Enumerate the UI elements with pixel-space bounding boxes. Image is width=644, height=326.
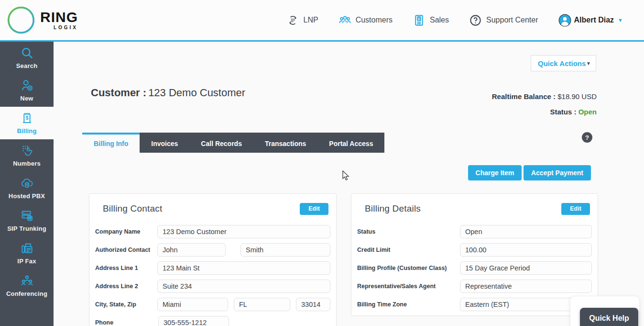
tab-billing-info[interactable]: Billing Info: [82, 133, 140, 153]
lnp-icon: [286, 14, 299, 27]
svg-text:$: $: [418, 16, 420, 21]
billing-icon: $: [21, 112, 33, 124]
field-row-status: Status: [357, 225, 592, 238]
quick-actions-label: Quick Actions: [538, 59, 586, 67]
ip-fax-icon: [21, 242, 33, 255]
nav-item-lnp[interactable]: LNP: [286, 14, 318, 27]
tab-portal-access[interactable]: Portal Access: [317, 133, 384, 153]
realtime-balance-value: $18.90 USD: [557, 92, 597, 101]
sidebar-item-numbers[interactable]: Numbers: [0, 139, 54, 172]
customer-status: Status : Open: [550, 108, 597, 116]
representative-sales-agent-input[interactable]: [460, 280, 592, 293]
field-label-city-state-zip: City, State, Zip: [95, 301, 157, 308]
header-accent-rule: [0, 40, 644, 42]
field-label-authorized-contact: Authorized Contact: [95, 247, 157, 253]
conferencing-icon: [21, 274, 33, 287]
realtime-balance: Realtime Balance : $18.90 USD: [492, 92, 597, 101]
charge-item-button[interactable]: Charge Item: [468, 165, 522, 180]
field-row-address-line-2: Address Line 2: [95, 280, 330, 293]
sidebar-item-conferencing[interactable]: Conferencing: [0, 270, 54, 302]
city-state-zip-input-3[interactable]: [296, 298, 330, 311]
city-state-zip-input-2[interactable]: [234, 298, 290, 311]
field-row-credit-limit: Credit Limit: [357, 243, 592, 257]
field-row-address-line-1: Address Line 1: [95, 261, 330, 275]
billing-contact-title: Billing Contact: [103, 203, 162, 214]
numbers-icon: [21, 144, 33, 157]
customer-name: 123 Demo Customer: [148, 87, 245, 99]
chevron-down-icon: ▼: [586, 61, 591, 66]
sidebar-item-billing[interactable]: $ Billing: [0, 107, 54, 139]
billing-contact-edit-button[interactable]: Edit: [300, 203, 328, 215]
tab-transactions[interactable]: Transactions: [253, 133, 317, 153]
mouse-cursor: [342, 170, 349, 181]
billing-details-card: Billing Details Edit Status Credit Limit…: [351, 193, 598, 316]
address-line-1-input[interactable]: [157, 261, 330, 275]
nav-item-support-center[interactable]: Support Center: [469, 14, 538, 27]
chevron-down-icon: ▼: [618, 17, 623, 23]
authorized-contact-input-2[interactable]: [240, 243, 330, 257]
user-name: Albert Diaz: [574, 16, 614, 24]
quick-actions-dropdown[interactable]: Quick Actions ▼: [531, 55, 596, 71]
tab-invoices[interactable]: Invoices: [140, 133, 189, 153]
help-icon[interactable]: ?: [582, 132, 592, 143]
sales-icon: $: [413, 14, 426, 27]
field-label-address-line-2: Address Line 2: [95, 283, 157, 290]
field-label-address-line-1: Address Line 1: [95, 265, 157, 271]
status-badge: Open: [579, 108, 597, 116]
brand-subname: LOGIX: [40, 25, 78, 30]
support-icon: [469, 14, 482, 27]
sidebar-item-new[interactable]: New: [0, 74, 54, 107]
billing-details-edit-button[interactable]: Edit: [561, 203, 590, 215]
svg-text:$: $: [25, 115, 28, 121]
nav-item-sales[interactable]: $ Sales: [413, 14, 449, 27]
company-name-input[interactable]: [157, 225, 330, 238]
field-row-phone: Phone: [95, 316, 330, 326]
billing-tabs: Billing InfoInvoicesCall RecordsTransact…: [82, 133, 384, 153]
field-row-billing-profile-customer-class: Billing Profile (Customer Class): [357, 261, 592, 275]
field-label-billing-time-zone: Billing Time Zone: [357, 301, 460, 308]
field-label-status: Status: [357, 228, 460, 235]
field-label-phone: Phone: [95, 319, 158, 326]
user-menu[interactable]: Albert Diaz ▼: [558, 14, 623, 27]
field-row-billing-time-zone: Billing Time Zone: [357, 298, 592, 311]
authorized-contact-input-1[interactable]: [157, 243, 226, 257]
hosted-pbx-icon: [21, 177, 33, 190]
customer-label: Customer :: [91, 87, 146, 99]
phone-input[interactable]: [158, 316, 229, 326]
sidebar-item-hosted-pbx[interactable]: Hosted PBX: [0, 172, 54, 204]
field-label-billing-profile-customer-class: Billing Profile (Customer Class): [357, 265, 460, 271]
field-row-company-name: Company Name: [95, 225, 330, 238]
avatar-icon: [558, 14, 571, 27]
search-icon: [21, 46, 33, 59]
billing-profile-customer-class-input[interactable]: [460, 261, 592, 275]
nav-item-customers[interactable]: Customers: [338, 14, 393, 27]
field-row-authorized-contact: Authorized Contact: [95, 243, 330, 257]
sidebar-item-search[interactable]: Search: [0, 42, 54, 74]
page-title: Customer :123 Demo Customer: [91, 87, 245, 99]
sidebar-item-ip-fax[interactable]: IP Fax: [0, 237, 54, 270]
billing-contact-card: Billing Contact Edit Company Name Author…: [89, 193, 337, 326]
customers-icon: [338, 14, 351, 27]
field-label-credit-limit: Credit Limit: [357, 247, 460, 253]
quick-help-button[interactable]: Quick Help: [580, 308, 638, 326]
sip-trunking-icon: [21, 209, 33, 222]
sidebar-item-sip-trunking[interactable]: SIP Trunking: [0, 204, 54, 237]
brand-logo-block[interactable]: RING LOGIX: [7, 6, 78, 34]
sidebar: Search New $ Billing Numbers Hosted PBX …: [0, 42, 54, 326]
brand-name: RING: [40, 10, 78, 24]
accept-payment-button[interactable]: Accept Payment: [524, 165, 591, 180]
ringlogix-logo-icon: [7, 6, 35, 34]
address-line-2-input[interactable]: [157, 280, 330, 293]
field-row-representative-sales-agent: Representative/Sales Agent: [357, 280, 592, 293]
app-header: RING LOGIX LNP Customers $ Sales Support…: [0, 0, 644, 40]
field-label-company-name: Company Name: [95, 228, 157, 235]
top-nav: LNP Customers $ Sales Support Center: [286, 14, 623, 27]
city-state-zip-input-1[interactable]: [157, 298, 228, 311]
credit-limit-input[interactable]: [460, 243, 592, 257]
field-row-city-state-zip: City, State, Zip: [95, 298, 330, 311]
user-plus-icon: [21, 79, 33, 92]
status-input[interactable]: [460, 225, 592, 238]
tab-call-records[interactable]: Call Records: [189, 133, 253, 153]
field-label-representative-sales-agent: Representative/Sales Agent: [357, 283, 460, 290]
billing-details-title: Billing Details: [365, 203, 421, 214]
